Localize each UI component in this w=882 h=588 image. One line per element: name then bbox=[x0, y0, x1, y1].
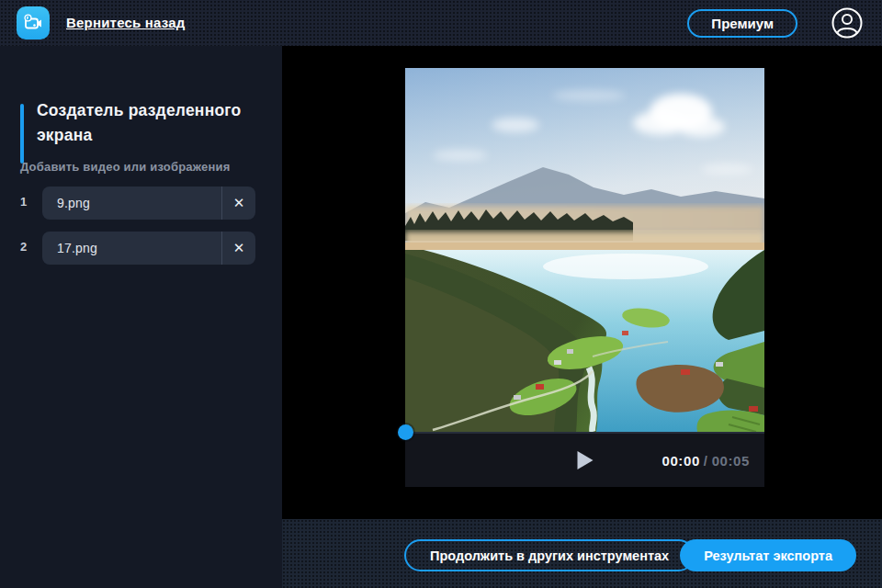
back-link[interactable]: Вернитесь назад bbox=[66, 15, 186, 30]
total-duration: 00:05 bbox=[712, 453, 750, 469]
video-preview: 00:00/00:05 bbox=[405, 68, 764, 487]
close-icon: ✕ bbox=[233, 240, 245, 256]
sidebar: Создатель разделенного экрана Добавить в… bbox=[0, 46, 282, 588]
remove-file-button[interactable]: ✕ bbox=[221, 187, 255, 220]
player-controls: 00:00/00:05 bbox=[405, 432, 764, 487]
app-window: Вернитесь назад Премиум Создатель раздел… bbox=[0, 0, 882, 588]
file-name: 9.png bbox=[42, 196, 221, 210]
time-display: 00:00/00:05 bbox=[662, 453, 750, 469]
premium-button[interactable]: Премиум bbox=[687, 9, 797, 38]
file-input[interactable]: 17.png ✕ bbox=[42, 232, 255, 265]
file-name: 17.png bbox=[42, 241, 221, 255]
split-bottom-image bbox=[405, 250, 764, 432]
title-accent-bar bbox=[20, 104, 24, 164]
video-camera-icon bbox=[22, 12, 44, 34]
preview-stage: 00:00/00:05 bbox=[282, 46, 882, 519]
current-time: 00:00 bbox=[662, 453, 699, 469]
file-input[interactable]: 9.png ✕ bbox=[42, 187, 255, 220]
user-avatar-icon[interactable] bbox=[831, 6, 864, 40]
page-title: Создатель разделенного экрана bbox=[37, 98, 257, 148]
play-icon[interactable] bbox=[577, 451, 593, 469]
time-separator: / bbox=[704, 453, 708, 469]
top-bar: Вернитесь назад Премиум bbox=[0, 0, 882, 46]
bottom-bar: Продолжить в других инструментах Результ… bbox=[282, 519, 882, 588]
export-result-button[interactable]: Результат экспорта bbox=[680, 539, 856, 571]
split-top-image bbox=[405, 68, 764, 250]
file-row: 2 17.png ✕ bbox=[0, 232, 282, 265]
seek-handle[interactable] bbox=[398, 424, 413, 440]
file-number: 2 bbox=[20, 240, 27, 254]
file-number: 1 bbox=[20, 195, 27, 209]
continue-other-tools-button[interactable]: Продолжить в других инструментах bbox=[404, 539, 695, 571]
add-media-label: Добавить видео или изображения bbox=[20, 160, 230, 174]
close-icon: ✕ bbox=[233, 195, 245, 211]
file-row: 1 9.png ✕ bbox=[0, 187, 282, 220]
remove-file-button[interactable]: ✕ bbox=[221, 232, 255, 265]
app-logo[interactable] bbox=[17, 6, 50, 40]
